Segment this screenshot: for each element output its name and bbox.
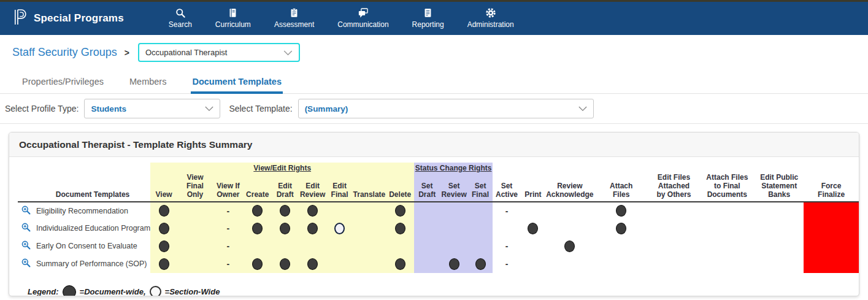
security-group-select[interactable]: Occupational Therapist (138, 43, 300, 62)
chat-bubbles-icon (357, 7, 369, 19)
right-cell-document-wide (440, 255, 468, 273)
zoom-in-icon[interactable] (18, 255, 35, 273)
profile-type-selected-value: Students (91, 104, 205, 113)
right-cell-empty (414, 255, 440, 273)
right-cell-empty (545, 255, 594, 273)
nav-item-reporting[interactable]: Reporting (408, 4, 448, 33)
right-cell-document-wide (594, 220, 648, 237)
zoom-in-icon[interactable] (18, 237, 35, 255)
legend-item-text: =Document-wide, (80, 287, 146, 296)
right-cell-empty (594, 237, 648, 255)
rights-summary-panel: Occupational Therapist - Template Rights… (9, 132, 859, 296)
right-cell-document-wide (150, 255, 177, 273)
nav-item-curriculum[interactable]: Curriculum (211, 4, 255, 33)
dash-indicator: - (227, 223, 230, 233)
right-cell-empty (272, 237, 299, 255)
powerschool-logo-icon (13, 9, 28, 28)
right-cell-empty (699, 255, 755, 273)
nav-item-label: Curriculum (215, 20, 251, 29)
force-finalize-blocked-cell (804, 220, 859, 237)
tab-document-templates[interactable]: Document Templates (191, 75, 283, 94)
zoom-in-icon[interactable] (18, 202, 35, 220)
right-cell-empty (177, 202, 213, 220)
template-select[interactable]: (Summary) (298, 99, 594, 118)
chevron-down-icon (283, 47, 293, 58)
nav-item-search[interactable]: Search (164, 4, 196, 33)
nav-item-administration[interactable]: Administration (463, 4, 518, 33)
right-cell-empty (353, 255, 386, 273)
breadcrumb: Staff Security Groups > Occupational The… (0, 35, 868, 69)
legend-section-wide-swatch (150, 286, 161, 296)
chevron-down-icon (578, 103, 587, 114)
nav-item-communication[interactable]: Communication (333, 4, 393, 33)
rights-table: View/Edit RightsStatus Change RightsDocu… (18, 163, 859, 273)
breadcrumb-root-link[interactable]: Staff Security Groups (12, 46, 117, 59)
template-selected-value: (Summary) (305, 104, 578, 113)
column-group-status-change-rights: Status Change Rights (414, 163, 493, 172)
tab-bar: Properties/PrivilegesMembersDocument Tem… (0, 69, 868, 94)
right-cell-empty (699, 202, 755, 220)
doc-template-name: Summary of Performance (SOP) (35, 255, 150, 273)
right-cell-empty (699, 220, 755, 237)
chevron-down-icon (205, 103, 213, 114)
tab-properties-privileges[interactable]: Properties/Privileges (21, 75, 105, 94)
right-cell-empty (755, 237, 804, 255)
filter-bar: Select Profile Type: Students Select Tem… (0, 94, 868, 124)
right-cell-empty (414, 202, 440, 220)
right-cell-document-wide (244, 255, 272, 273)
right-cell-document-wide (545, 237, 594, 255)
right-cell-empty (521, 237, 545, 255)
right-cell-empty (648, 237, 700, 255)
profile-type-select[interactable]: Students (84, 99, 220, 118)
right-cell-empty (386, 237, 414, 255)
legend-label: Legend: (28, 287, 59, 296)
dash-indicator: - (505, 259, 509, 269)
zoom-in-icon[interactable] (18, 220, 35, 237)
document-wide-dot (280, 223, 290, 234)
right-cell-empty (353, 220, 386, 237)
doc-template-name: Early On Consent to Evaluate (35, 237, 150, 255)
right-cell-empty (468, 237, 493, 255)
right-cell-empty (545, 220, 594, 237)
right-cell-document-wide (150, 220, 177, 237)
table-row: Eligibility Recommendation-- (18, 202, 859, 220)
nav-item-label: Communication (337, 20, 388, 29)
column-header-force-finalize: Force Finalize (804, 172, 859, 201)
doc-template-name: Eligibility Recommendation (35, 202, 150, 220)
right-cell-empty (177, 220, 213, 237)
nav-item-label: Reporting (412, 20, 444, 29)
right-cell-empty (545, 202, 594, 220)
document-wide-dot (528, 223, 538, 234)
nav-item-assessment[interactable]: Assessment (270, 4, 318, 33)
dash-indicator: - (227, 206, 230, 216)
column-header-set-active: Set Active (493, 172, 521, 201)
right-cell-document-wide (386, 220, 414, 237)
app-brand[interactable]: Special Programs (13, 9, 124, 28)
right-cell-empty (493, 220, 521, 237)
dash-indicator: - (227, 259, 230, 269)
top-navbar: Special Programs SearchCurriculumAssessm… (0, 2, 868, 35)
right-cell-document-wide (299, 255, 327, 273)
document-wide-dot (395, 205, 405, 217)
right-cell-empty (755, 220, 804, 237)
right-cell-document-wide (244, 202, 272, 220)
right-cell-document-wide (272, 202, 299, 220)
legend-document-wide-swatch (63, 285, 76, 296)
right-cell-document-wide (594, 202, 648, 220)
dash-indicator: - (505, 241, 509, 251)
table-row: Early On Consent to Evaluate-- (18, 237, 859, 255)
nav-item-label: Administration (467, 20, 514, 29)
nav-items: SearchCurriculumAssessmentCommunicationR… (164, 4, 518, 33)
document-wide-dot (159, 240, 169, 252)
tab-members[interactable]: Members (128, 75, 167, 94)
right-cell-empty (177, 237, 213, 255)
column-header-print: Print (521, 172, 545, 201)
column-header-set-draft: Set Draft (414, 172, 440, 201)
right-cell-dash: - (213, 255, 244, 273)
document-wide-dot (252, 258, 263, 270)
column-header-view-if-owner: View If Owner (213, 172, 244, 201)
column-group-misc (493, 163, 859, 172)
document-wide-dot (307, 258, 318, 270)
right-cell-empty (299, 237, 327, 255)
right-cell-empty (414, 237, 440, 255)
